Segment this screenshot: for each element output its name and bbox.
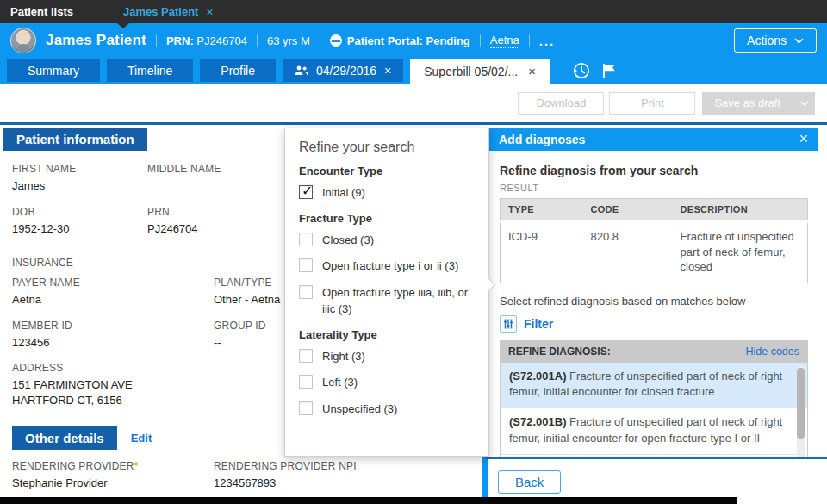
- tab-profile[interactable]: Profile: [200, 59, 276, 82]
- result-code: 820.8: [583, 221, 673, 283]
- field-label: PAYER NAME: [12, 277, 214, 289]
- divider: [320, 34, 320, 47]
- age-sex: 63 yrs M: [267, 34, 310, 47]
- checkbox-row-left[interactable]: Left (3): [299, 375, 475, 391]
- hide-codes-link[interactable]: Hide codes: [745, 345, 799, 358]
- close-icon[interactable]: ×: [206, 5, 213, 19]
- close-icon[interactable]: ×: [799, 130, 808, 148]
- group-title-encounter-type: Encounter Type: [299, 165, 475, 177]
- checkbox-label: Left (3): [322, 374, 358, 391]
- download-button[interactable]: Download: [518, 92, 604, 115]
- filter-button[interactable]: Filter: [500, 315, 808, 333]
- patient-header: James Patient PRN: PJ246704 63 yrs M Pat…: [0, 23, 827, 58]
- superbill-toolbar: Download Print Save as draft: [0, 84, 827, 122]
- field-rendering-provider: RENDERING PROVIDER* Stephanie Provider: [12, 460, 214, 491]
- patient-tab-row: Summary Timeline Profile 04/29/2016 × Su…: [0, 58, 827, 84]
- checkbox-label: Unspecified (3): [322, 401, 397, 418]
- close-icon[interactable]: ×: [384, 59, 391, 82]
- other-details-title: Other details: [12, 426, 117, 450]
- chevron-down-icon: [800, 101, 809, 106]
- patient-name: James Patient: [46, 32, 146, 49]
- result-description: Fracture of unspecified part of neck of …: [673, 221, 808, 283]
- scrollbar-thumb[interactable]: [797, 368, 805, 439]
- field-dob: DOB 1952-12-30: [12, 206, 147, 237]
- result-table: TYPE CODE DESCRIPTION ICD-9 820.8 Fractu…: [500, 198, 808, 283]
- diagnosis-code: (S72.001B): [509, 415, 566, 428]
- checkbox[interactable]: [299, 349, 313, 363]
- checkbox[interactable]: [299, 285, 313, 299]
- flag-button[interactable]: [601, 63, 619, 78]
- scrollbar-track[interactable]: [797, 366, 805, 457]
- prn-label: PRN:: [166, 34, 194, 47]
- field-label: RENDERING PROVIDER*: [12, 460, 214, 472]
- superbill-content: Patient information FIRST NAME James MID…: [0, 122, 827, 504]
- more-options-button[interactable]: ...: [539, 34, 556, 48]
- diagnosis-list-item[interactable]: (S72.001B) Fracture of unspecified part …: [501, 408, 807, 455]
- actions-button[interactable]: Actions: [734, 28, 817, 53]
- insurance-link[interactable]: Aetna: [490, 34, 519, 48]
- checkbox-label: Open fracture type iiia, iiib, or iiic (…: [322, 284, 475, 318]
- field-first-name: FIRST NAME James: [12, 163, 147, 194]
- tab-timeline[interactable]: Timeline: [107, 59, 193, 82]
- patient-portal-status: Patient Portal: Pending: [330, 34, 470, 47]
- group-title-laterality-type: Laterality Type: [299, 328, 475, 341]
- select-refined-text: Select refined diagnosis based on matche…: [500, 295, 808, 308]
- checkbox-row-unspecified[interactable]: Unspecified (3): [299, 401, 475, 418]
- checkbox[interactable]: [299, 258, 313, 272]
- checkbox[interactable]: [299, 185, 313, 199]
- diagnosis-list-item[interactable]: (S72.001A) Fracture of unspecified part …: [501, 363, 807, 409]
- checkbox-label: Open fracture type i or ii (3): [322, 258, 458, 275]
- save-options-caret[interactable]: [793, 92, 815, 115]
- checkbox-row-right[interactable]: Right (3): [299, 349, 475, 365]
- checkbox[interactable]: [299, 233, 313, 246]
- edit-other-details-link[interactable]: Edit: [131, 432, 152, 445]
- history-icon: [572, 61, 591, 80]
- flag-icon: [601, 63, 619, 78]
- filter-sliders-icon: [500, 315, 517, 333]
- field-label: DOB: [12, 206, 147, 218]
- patient-information-title: Patient information: [3, 128, 147, 151]
- checkbox-row-open-i-ii[interactable]: Open fracture type i or ii (3): [299, 258, 475, 275]
- avatar[interactable]: [10, 28, 36, 53]
- refine-search-popup: Refine your search Encounter Type Initia…: [284, 128, 489, 457]
- top-tab-james-patient[interactable]: James Patient ×: [123, 5, 214, 19]
- checkbox-label: Closed (3): [322, 232, 374, 249]
- checkbox-row-initial[interactable]: Initial (9): [299, 185, 475, 202]
- checkbox[interactable]: [299, 401, 313, 415]
- refine-diagnosis-title: Refine diagnosis from your search: [500, 164, 808, 177]
- back-button[interactable]: Back: [498, 470, 561, 494]
- tab-summary[interactable]: Summary: [7, 59, 100, 82]
- checkbox-row-open-iiia[interactable]: Open fracture type iiia, iiib, or iiic (…: [299, 285, 475, 318]
- app-window: Patient lists James Patient × James Pati…: [0, 0, 827, 504]
- top-tab-bar: Patient lists James Patient ×: [0, 0, 827, 23]
- prn-field: PRN: PJ246704: [166, 34, 247, 47]
- close-icon[interactable]: ×: [528, 64, 536, 78]
- result-table-row: ICD-9 820.8 Fracture of unspecified part…: [501, 221, 808, 283]
- field-address: ADDRESS 151 FARMINGTON AVE HARTFORD CT, …: [12, 362, 214, 408]
- patient-lists-link[interactable]: Patient lists: [10, 5, 73, 18]
- tab-superbill-active[interactable]: Superbill 05/02/... ×: [410, 59, 550, 84]
- top-tab-label: James Patient: [123, 5, 198, 18]
- address-line-1: 151 FARMINGTON AVE: [12, 377, 214, 393]
- field-value: 1952-12-30: [12, 221, 147, 237]
- group-title-fracture-type: Fracture Type: [299, 212, 475, 225]
- diagnosis-list: (S72.001A) Fracture of unspecified part …: [500, 363, 808, 457]
- checkbox-row-closed[interactable]: Closed (3): [299, 233, 475, 249]
- result-type: ICD-9: [501, 221, 583, 283]
- save-as-draft-group: Save as draft: [702, 92, 815, 115]
- refine-diagnosis-label: REFINE DIAGNOSIS:: [508, 345, 611, 358]
- bottom-bar: [0, 497, 737, 504]
- print-button[interactable]: Print: [609, 92, 695, 115]
- save-as-draft-button[interactable]: Save as draft: [702, 92, 793, 115]
- portal-status-text: Patient Portal: Pending: [347, 34, 470, 47]
- add-diagnoses-header: Add diagnoses ×: [488, 128, 818, 151]
- checkbox[interactable]: [299, 375, 313, 389]
- result-label: RESULT: [500, 183, 808, 193]
- tab-encounter[interactable]: 04/29/2016 ×: [283, 59, 403, 82]
- field-label: MEMBER ID: [12, 320, 214, 332]
- active-tab-notch: [117, 23, 129, 28]
- field-label: RENDERING PROVIDER NPI: [214, 460, 488, 472]
- field-value: Aetna: [12, 292, 214, 308]
- history-button[interactable]: [572, 61, 591, 80]
- encounter-date: 04/29/2016: [316, 59, 376, 82]
